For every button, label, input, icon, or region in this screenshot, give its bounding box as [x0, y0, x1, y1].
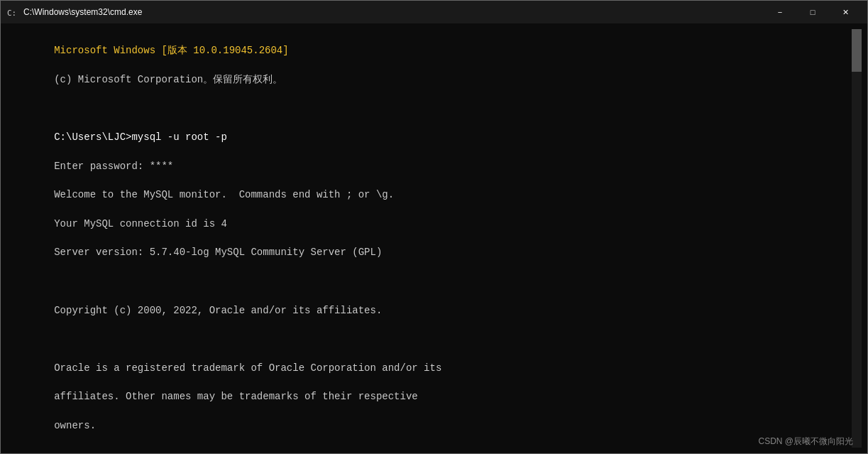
owners-line: owners. [54, 420, 96, 431]
maximize-button[interactable]: □ [796, 1, 829, 23]
password-line: Enter password: **** [54, 161, 173, 172]
window-controls: − □ ✕ [764, 1, 862, 23]
mysql-command-line: C:\Users\LJC>mysql -u root -p [54, 131, 227, 143]
oracle-trademark-line: Oracle is a registered trademark of Orac… [54, 362, 441, 374]
terminal-content[interactable]: Microsoft Windows [版本 10.0.19045.2604] (… [6, 29, 852, 448]
scrollbar[interactable] [852, 29, 862, 448]
svg-text:C:: C: [7, 9, 16, 18]
server-version-line: Server version: 5.7.40-log MySQL Communi… [54, 247, 382, 258]
welcome-line: Welcome to the MySQL monitor. Commands e… [54, 189, 394, 200]
terminal-output: Microsoft Windows [版本 10.0.19045.2604] (… [6, 29, 852, 448]
minimize-button[interactable]: − [764, 1, 796, 23]
terminal-body: Microsoft Windows [版本 10.0.19045.2604] (… [1, 23, 867, 453]
scrollbar-thumb[interactable] [852, 29, 862, 72]
close-button[interactable]: ✕ [829, 1, 862, 23]
cmd-window: C: C:\Windows\system32\cmd.exe − □ ✕ Mic… [0, 0, 868, 454]
copyright2-line: Copyright (c) 2000, 2022, Oracle and/or … [54, 305, 382, 316]
copyright-line: (c) Microsoft Corporation。保留所有权利。 [54, 74, 282, 85]
windows-version-line: Microsoft Windows [版本 10.0.19045.2604] [54, 45, 288, 56]
connection-id-line: Your MySQL connection id is 4 [54, 218, 227, 229]
affiliates-line: affiliates. Other names may be trademark… [54, 391, 417, 402]
cmd-icon: C: [6, 6, 18, 18]
watermark: CSDN @辰曦不微向阳光 [758, 436, 853, 448]
window-title: C:\Windows\system32\cmd.exe [23, 7, 764, 17]
titlebar: C: C:\Windows\system32\cmd.exe − □ ✕ [1, 1, 867, 23]
